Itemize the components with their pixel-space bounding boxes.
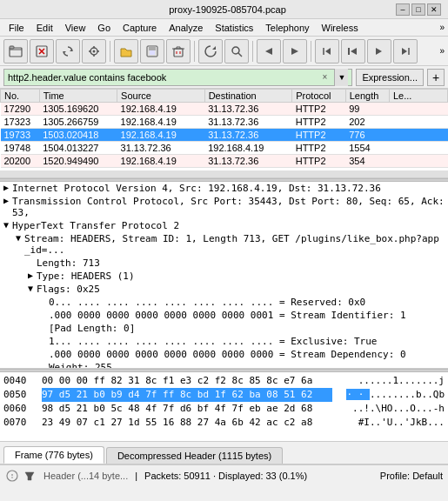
tab-decompressed[interactable]: Decompressed Header (1115 bytes): [106, 447, 283, 464]
table-cell: 19748: [1, 142, 40, 155]
toolbar: »: [0, 37, 448, 66]
window-controls: – □ ✕: [396, 3, 441, 16]
tree-item[interactable]: ▶Type: HEADERS (1): [24, 270, 448, 283]
expression-button[interactable]: Expression...: [356, 69, 424, 86]
filter-bar: × ▼ Expression... +: [0, 66, 448, 89]
svg-point-34: [11, 477, 13, 478]
table-row[interactable]: 173231305.266759192.168.4.1931.13.72.36H…: [1, 116, 448, 129]
status-header-info: Header (...14 byte...: [43, 471, 128, 481]
table-cell: 192.168.4.19: [117, 116, 205, 129]
tree-item[interactable]: 1... .... .... .... .... .... .... .... …: [37, 335, 448, 348]
tree-item[interactable]: ▼HyperText Transfer Protocol 2▼Stream: H…: [0, 219, 448, 369]
reload-button[interactable]: [56, 39, 80, 63]
tree-item[interactable]: Length: 713: [24, 257, 448, 270]
table-cell: [389, 155, 447, 168]
hex-row: 007023 49 07 c1 27 1d 55 16 88 27 4a 6b …: [3, 416, 445, 430]
table-cell: HTTP2: [292, 116, 345, 129]
hex-row: 006098 d5 21 b0 5c 48 4f 7f d6 bf 4f 7f …: [3, 402, 445, 416]
menu-file[interactable]: File: [3, 21, 30, 35]
table-cell: [389, 142, 447, 155]
toolbar-more[interactable]: »: [439, 46, 445, 56]
svg-rect-16: [174, 49, 183, 57]
table-cell: 202: [345, 116, 389, 129]
tree-item[interactable]: ▶Internet Protocol Version 4, Src: 192.1…: [0, 182, 448, 195]
table-row[interactable]: 197331503.020418192.168.4.1931.13.72.36H…: [1, 129, 448, 142]
filter-input-wrapper: × ▼: [3, 69, 352, 86]
col-header-protocol: Protocol: [292, 90, 345, 103]
status-packets-info: Packets: 50911 · Displayed: 33 (0.1%): [144, 471, 307, 481]
filter-input[interactable]: [8, 72, 315, 83]
table-row[interactable]: 202001520.949490192.168.4.1931.13.72.36H…: [1, 155, 448, 168]
menu-statistics[interactable]: Statistics: [210, 21, 258, 35]
svg-marker-24: [291, 48, 298, 55]
maximize-button[interactable]: □: [411, 3, 425, 16]
menu-go[interactable]: Go: [92, 21, 116, 35]
table-cell: 31.13.72.36: [204, 155, 292, 168]
save-button[interactable]: [140, 39, 164, 63]
hex-row: 004000 00 00 ff 82 31 8c f1 e3 c2 f2 8c …: [3, 374, 445, 388]
packet-list-scrollbar[interactable]: [0, 171, 448, 178]
table-cell: 20200: [1, 155, 40, 168]
tree-item[interactable]: .000 0000 0000 0000 0000 0000 0000 0001 …: [37, 309, 448, 322]
col-header-info: Le...: [389, 90, 447, 103]
tree-item[interactable]: ▼Flags: 0x25 0... .... .... .... .... ..…: [24, 283, 448, 369]
tree-item[interactable]: .000 0000 0000 0000 0000 0000 0000 0000 …: [37, 348, 448, 361]
status-ready-icon[interactable]: [5, 469, 19, 483]
close-capture-button[interactable]: [30, 39, 54, 63]
tree-item[interactable]: ▶Transmission Control Protocol, Src Port…: [0, 195, 448, 219]
prev-button[interactable]: [341, 39, 365, 63]
goto-last-button[interactable]: [393, 39, 418, 63]
menu-view[interactable]: View: [60, 21, 91, 35]
tab-frame[interactable]: Frame (776 bytes): [3, 446, 104, 464]
toolbar-sep-2: [194, 41, 195, 62]
open-file-button[interactable]: [3, 39, 28, 63]
menu-edit[interactable]: Edit: [31, 21, 58, 35]
table-cell: 1305.266759: [39, 116, 117, 129]
table-cell: 19733: [1, 129, 40, 142]
refresh-button[interactable]: [198, 39, 223, 63]
menu-more[interactable]: »: [439, 23, 445, 32]
status-bar: Header (...14 byte... | Packets: 50911 ·…: [0, 464, 448, 485]
tree-item[interactable]: [Pad Length: 0]: [37, 322, 448, 335]
menu-telephony[interactable]: Telephony: [260, 21, 314, 35]
packet-details: ▶Internet Protocol Version 4, Src: 192.1…: [0, 182, 448, 369]
table-row[interactable]: 172901305.169620192.168.4.1931.13.72.36H…: [1, 103, 448, 116]
back-button[interactable]: [257, 39, 281, 63]
svg-rect-1: [10, 46, 14, 49]
table-cell: 1305.169620: [39, 103, 117, 116]
col-header-length: Length: [345, 90, 389, 103]
table-cell: [389, 116, 447, 129]
tree-item[interactable]: 0... .... .... .... .... .... .... .... …: [37, 296, 448, 309]
tree-item[interactable]: Weight: 255: [37, 361, 448, 369]
find-button[interactable]: [224, 39, 249, 63]
close-button[interactable]: ✕: [427, 3, 441, 16]
table-row[interactable]: 197481504.01322731.13.72.36192.168.4.19H…: [1, 142, 448, 155]
svg-marker-20: [212, 46, 216, 50]
col-header-time: Time: [39, 90, 117, 103]
table-cell: 99: [345, 103, 389, 116]
forward-button[interactable]: [283, 39, 307, 63]
status-filter-icon[interactable]: [23, 469, 37, 483]
toolbar-sep-4: [311, 41, 311, 62]
svg-marker-25: [325, 48, 331, 55]
open-folder-button[interactable]: [114, 39, 138, 63]
status-profile: Profile: Default: [380, 471, 443, 481]
title-bar: proxy-190925-085704.pcap – □ ✕: [0, 0, 448, 19]
goto-first-button[interactable]: [315, 39, 339, 63]
hex-row: 005097 d5 21 b0 b9 d4 7f ff 8c bd 1f 62 …: [3, 388, 445, 402]
svg-rect-15: [150, 50, 155, 55]
preferences-button[interactable]: [82, 39, 106, 63]
menu-wireless[interactable]: Wireless: [317, 21, 364, 35]
table-cell: 1554: [345, 142, 389, 155]
minimize-button[interactable]: –: [396, 3, 410, 16]
table-cell: 31.13.72.36: [204, 103, 292, 116]
filter-dropdown-button[interactable]: ▼: [334, 69, 348, 86]
menu-capture[interactable]: Capture: [117, 21, 162, 35]
table-cell: 17323: [1, 116, 40, 129]
delete-button[interactable]: [166, 39, 191, 63]
add-filter-button[interactable]: +: [427, 69, 445, 86]
filter-clear-button[interactable]: ×: [318, 71, 331, 84]
tree-item[interactable]: ▼Stream: HEADERS, Stream ID: 1, Length 7…: [12, 232, 448, 369]
next-button[interactable]: [367, 39, 391, 63]
menu-analyze[interactable]: Analyze: [164, 21, 208, 35]
